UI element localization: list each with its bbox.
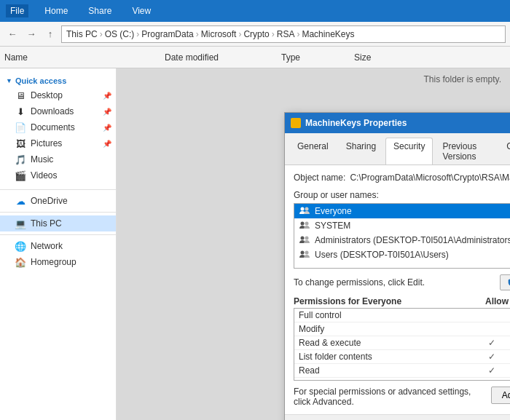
- perm-row-modify: Modify: [294, 322, 510, 336]
- permissions-list: Full control Modify Read & execute ✓: [294, 308, 510, 381]
- perm-readexecute-allow: ✓: [474, 338, 510, 348]
- col-size[interactable]: Size: [354, 52, 371, 63]
- change-perm-row: To change permissions, click Edit. ! Edi…: [294, 274, 510, 290]
- content-area: This folder is empty. MachineKeys Proper…: [117, 68, 510, 420]
- group-users-label: Users (DESKTOP-T0I501A\Users): [315, 250, 449, 260]
- user-group-icon3: [299, 235, 310, 245]
- sidebar-item-desktop[interactable]: 🖥 Desktop 📌: [0, 87, 116, 103]
- perm-read-label: Read: [299, 365, 474, 376]
- perm-row-listfolder: List folder contents ✓: [294, 350, 510, 364]
- sidebar-item-network[interactable]: 🌐 Network: [0, 238, 116, 254]
- divider3: [0, 234, 116, 235]
- sidebar-homegroup-label: Homegroup: [31, 257, 76, 267]
- special-perm-text: For special permissions or advanced sett…: [294, 387, 485, 407]
- music-icon: 🎵: [15, 154, 26, 165]
- perm-read-allow: ✓: [474, 365, 510, 376]
- svg-point-1: [305, 207, 309, 211]
- col-modified[interactable]: Date modified: [165, 52, 281, 63]
- sidebar-item-documents[interactable]: 📄 Documents 📌: [0, 119, 116, 135]
- svg-point-4: [301, 237, 305, 240]
- path-crypto: Crypto: [243, 29, 269, 39]
- object-name-value: C:\ProgramData\Microsoft\Crypto\RSA\Mach…: [350, 173, 510, 183]
- advanced-button[interactable]: Advanced: [491, 387, 510, 404]
- downloads-icon: ⬇: [15, 106, 26, 117]
- sidebar-item-homegroup[interactable]: 🏠 Homegroup: [0, 254, 116, 270]
- group-system-label: SYSTEM: [315, 221, 350, 231]
- perm-listfolder-allow: ✓: [474, 352, 510, 362]
- perm-row-read: Read ✓: [294, 364, 510, 378]
- svg-point-6: [301, 251, 305, 255]
- quick-access-header[interactable]: ▼ Quick access: [0, 74, 116, 87]
- perm-row-fullcontrol: Full control: [294, 309, 510, 322]
- svg-point-0: [301, 207, 305, 211]
- group-item-everyone[interactable]: Everyone: [294, 204, 510, 218]
- tab-general[interactable]: General: [289, 138, 337, 165]
- forward-button[interactable]: →: [23, 26, 39, 42]
- sidebar-item-downloads[interactable]: ⬇ Downloads 📌: [0, 103, 116, 119]
- group-item-administrators[interactable]: Administrators (DESKTOP-T0I501A\Administ…: [294, 233, 510, 247]
- group-item-users[interactable]: Users (DESKTOP-T0I501A\Users): [294, 247, 510, 262]
- perm-readexecute-label: Read & execute: [299, 338, 474, 348]
- sidebar-item-music[interactable]: 🎵 Music: [0, 151, 116, 167]
- dialog-tabs: General Sharing Security Previous Versio…: [285, 133, 510, 165]
- pin-icon: 📌: [103, 92, 111, 100]
- quick-access-section: ▼ Quick access 🖥 Desktop 📌 ⬇ Downloads 📌…: [0, 71, 116, 186]
- col-name[interactable]: Name: [4, 52, 165, 63]
- edit-button[interactable]: ! Edit...: [500, 274, 510, 290]
- permissions-header: Permissions for Everyone Allow Deny: [294, 296, 510, 306]
- divider2: [0, 212, 116, 213]
- thispc-icon: 💻: [15, 218, 26, 229]
- address-bar: ← → ↑ This PC › OS (C:) › ProgramData › …: [0, 22, 510, 47]
- col-type[interactable]: Type: [281, 52, 354, 63]
- object-name-row: Object name: C:\ProgramData\Microsoft\Cr…: [294, 173, 510, 183]
- sidebar-item-onedrive[interactable]: ☁ OneDrive: [0, 193, 116, 209]
- dialog-title: MachineKeys Properties: [305, 118, 510, 128]
- group-item-system[interactable]: SYSTEM: [294, 218, 510, 233]
- path-programdata: ProgramData: [141, 29, 193, 39]
- sidebar-item-thispc[interactable]: 💻 This PC: [0, 215, 116, 231]
- pictures-icon: 🖼: [15, 138, 26, 149]
- homegroup-icon: 🏠: [15, 256, 26, 268]
- perm-allow-header: Allow: [479, 296, 510, 306]
- tab-previous-versions[interactable]: Previous Versions: [434, 138, 497, 165]
- sidebar-item-videos[interactable]: 🎬 Videos: [0, 167, 116, 183]
- perm-for-label: Permissions for Everyone: [294, 296, 479, 306]
- chevron-right-icon: ▼: [6, 77, 12, 84]
- path-osc: OS (C:): [105, 29, 135, 39]
- perm-listfolder-label: List folder contents: [299, 352, 474, 362]
- perm-modify-label: Modify: [299, 324, 474, 334]
- perm-write-label: Write: [299, 379, 474, 381]
- dialog-security-content: Object name: C:\ProgramData\Microsoft\Cr…: [285, 165, 510, 414]
- sidebar-downloads-label: Downloads: [31, 106, 74, 116]
- object-name-label: Object name:: [294, 173, 345, 183]
- tab-customize[interactable]: Customize: [498, 138, 510, 165]
- menu-file[interactable]: File: [6, 4, 28, 17]
- group-everyone-label: Everyone: [315, 206, 352, 216]
- documents-icon: 📄: [15, 122, 26, 133]
- perm-fullcontrol-label: Full control: [299, 310, 474, 320]
- menu-view[interactable]: View: [128, 4, 155, 17]
- sidebar-music-label: Music: [31, 154, 53, 165]
- user-group-icon2: [299, 221, 310, 231]
- sidebar-item-pictures[interactable]: 🖼 Pictures 📌: [0, 135, 116, 151]
- sidebar-onedrive-label: OneDrive: [31, 196, 68, 206]
- svg-point-7: [305, 251, 309, 255]
- pin-icon: 📌: [103, 124, 111, 132]
- tab-sharing[interactable]: Sharing: [338, 138, 384, 165]
- group-list[interactable]: Everyone SYSTEM: [294, 203, 510, 269]
- tab-security[interactable]: Security: [385, 138, 433, 165]
- user-group-icon4: [299, 250, 310, 260]
- network-icon: 🌐: [15, 240, 26, 252]
- path-microsoft: Microsoft: [201, 29, 237, 39]
- up-button[interactable]: ↑: [42, 26, 58, 42]
- menu-bar: File Home Share View: [6, 4, 155, 17]
- divider: [0, 189, 116, 190]
- path-thispc: This PC: [66, 29, 98, 39]
- svg-point-5: [305, 237, 309, 240]
- menu-home[interactable]: Home: [40, 4, 72, 17]
- menu-share[interactable]: Share: [84, 4, 116, 17]
- sidebar-documents-label: Documents: [31, 122, 75, 132]
- address-path[interactable]: This PC › OS (C:) › ProgramData › Micros…: [61, 25, 506, 43]
- back-button[interactable]: ←: [4, 26, 20, 42]
- desktop-icon: 🖥: [15, 90, 26, 101]
